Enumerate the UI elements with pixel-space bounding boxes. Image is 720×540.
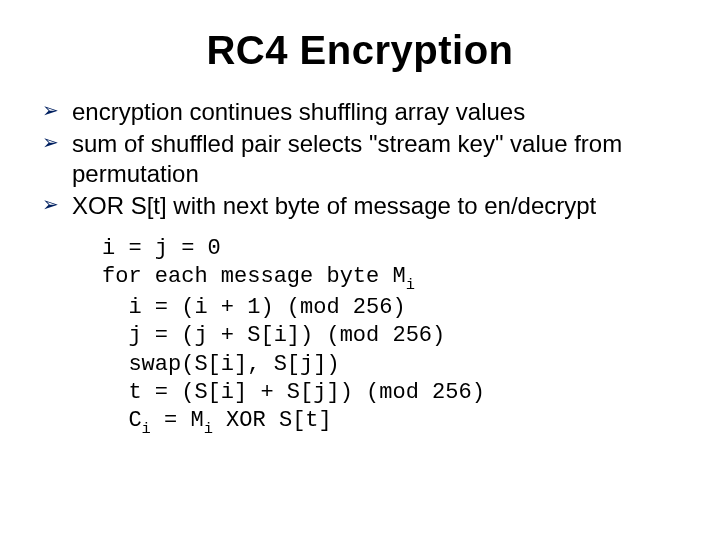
code-text: = M [151, 408, 204, 433]
code-subscript: i [142, 420, 151, 438]
list-item: ➢ sum of shuffled pair selects "stream k… [42, 129, 670, 189]
code-line: t = (S[i] + S[j]) (mod 256) [102, 380, 485, 405]
bullet-arrow-icon: ➢ [42, 194, 59, 214]
code-line: swap(S[i], S[j]) [102, 352, 340, 377]
code-text: for each message byte M [102, 264, 406, 289]
code-line: i = (i + 1) (mod 256) [102, 295, 406, 320]
code-line: Ci = Mi XOR S[t] [102, 408, 332, 433]
slide: RC4 Encryption ➢ encryption continues sh… [0, 0, 720, 540]
code-line: for each message byte Mi [102, 264, 415, 289]
code-line: i = j = 0 [102, 236, 221, 261]
bullet-arrow-icon: ➢ [42, 100, 59, 120]
bullet-arrow-icon: ➢ [42, 132, 59, 152]
code-text: C [102, 408, 142, 433]
bullet-text: XOR S[t] with next byte of message to en… [72, 192, 596, 219]
bullet-text: encryption continues shuffling array val… [72, 98, 525, 125]
code-text: XOR S[t] [213, 408, 332, 433]
bullet-list: ➢ encryption continues shuffling array v… [40, 97, 680, 221]
code-subscript: i [406, 276, 415, 294]
list-item: ➢ XOR S[t] with next byte of message to … [42, 191, 670, 221]
code-subscript: i [204, 420, 213, 438]
slide-title: RC4 Encryption [40, 28, 680, 73]
pseudocode-block: i = j = 0 for each message byte Mi i = (… [102, 235, 680, 438]
list-item: ➢ encryption continues shuffling array v… [42, 97, 670, 127]
code-line: j = (j + S[i]) (mod 256) [102, 323, 445, 348]
bullet-text: sum of shuffled pair selects "stream key… [72, 130, 622, 187]
